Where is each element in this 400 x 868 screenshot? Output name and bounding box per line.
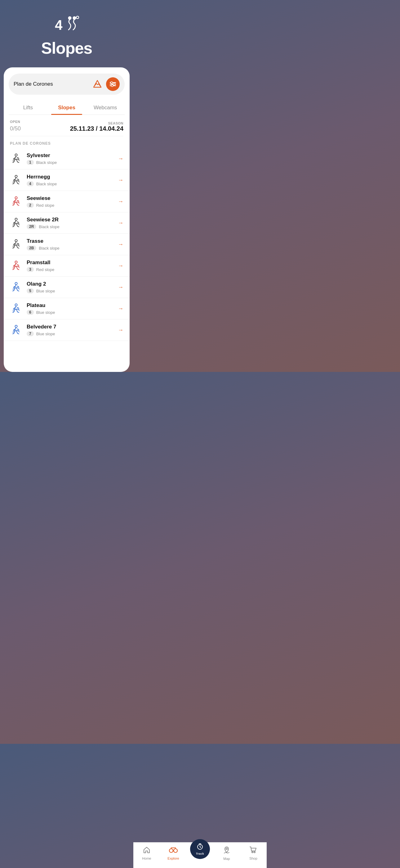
slope-item-pramstall[interactable]: Pramstall 3 Red slope →: [4, 255, 130, 277]
svg-point-7: [111, 82, 112, 84]
slope-type: Blue slope: [36, 332, 55, 336]
search-bar: Plan de Corones: [9, 73, 125, 95]
svg-point-12: [15, 197, 17, 199]
slope-type: Black slope: [36, 182, 57, 186]
arrow-right-icon: →: [118, 177, 124, 183]
slope-name: Belvedere 7: [27, 324, 113, 330]
slope-name: Herrnegg: [27, 174, 113, 180]
arrow-right-icon: →: [118, 241, 124, 248]
page-title: Slopes: [6, 39, 127, 57]
svg-point-14: [15, 240, 17, 242]
svg-point-11: [15, 176, 17, 178]
slope-number: 4: [27, 181, 34, 186]
arrow-right-icon: →: [118, 284, 124, 290]
season-dates: 25.11.23 / 14.04.24: [70, 125, 124, 132]
arrow-right-icon: →: [118, 198, 124, 205]
slope-item-seewiese2r[interactable]: Seewiese 2R 2R Black slope →: [4, 212, 130, 234]
slope-number: 5: [27, 288, 34, 293]
arrow-right-icon: →: [118, 262, 124, 269]
slope-item-seewiese[interactable]: Seewiese 2 Red slope →: [4, 191, 130, 212]
svg-point-17: [15, 304, 17, 306]
slope-number: 1: [27, 160, 34, 165]
slope-type: Blue slope: [36, 289, 55, 293]
arrow-right-icon: →: [118, 327, 124, 333]
slope-name: Plateau: [27, 302, 113, 309]
slope-number: 7: [27, 331, 34, 336]
slope-name: Seewiese: [27, 195, 113, 202]
slope-name: Pramstall: [27, 259, 113, 266]
filter-button[interactable]: [106, 77, 120, 91]
slope-number: 6: [27, 310, 34, 315]
slope-icon: [10, 152, 22, 165]
mountain-icon[interactable]: [92, 79, 103, 90]
svg-point-16: [15, 282, 17, 285]
svg-point-3: [76, 16, 79, 19]
app-logo: 4: [6, 15, 127, 36]
open-count: 0/50: [10, 124, 21, 132]
arrow-right-icon: →: [118, 220, 124, 226]
slope-name: Sylvester: [27, 152, 113, 159]
slope-number: 2R: [27, 224, 36, 229]
slope-type: Black slope: [36, 160, 57, 165]
season-label: SEASON: [70, 121, 124, 125]
section-title: PLAN DE CORONES: [4, 136, 130, 148]
slope-icon: [10, 174, 22, 186]
arrow-right-icon: →: [118, 306, 124, 312]
svg-point-15: [15, 261, 17, 263]
slope-icon: [10, 217, 22, 229]
slope-type: Blue slope: [36, 310, 55, 315]
slope-type: Black slope: [39, 224, 59, 229]
slope-type: Black slope: [39, 246, 59, 251]
slope-name: Olang 2: [27, 281, 113, 287]
svg-point-8: [113, 83, 115, 85]
slope-number: 2B: [27, 246, 36, 251]
slopes-list: Sylvester 1 Black slope →: [4, 148, 130, 341]
tab-slopes[interactable]: Slopes: [47, 101, 86, 115]
svg-point-10: [15, 154, 17, 156]
svg-point-18: [15, 326, 17, 328]
tab-webcams[interactable]: Webcams: [86, 101, 125, 115]
slope-icon: [10, 238, 22, 251]
slope-icon: [10, 324, 22, 336]
slope-number: 3: [27, 267, 34, 272]
slope-type: Red slope: [36, 203, 55, 208]
slope-icon: [10, 281, 22, 293]
main-card: Plan de Corones Lifts Slopes Webcams: [4, 67, 130, 372]
tabs: Lifts Slopes Webcams: [9, 101, 125, 115]
header: 4 Slopes: [0, 0, 133, 67]
slope-item-belvedere7[interactable]: Belvedere 7 7 Blue slope →: [4, 319, 130, 341]
slope-item-plateau[interactable]: Plateau 6 Blue slope →: [4, 298, 130, 319]
slope-icon: [10, 302, 22, 315]
content-area: OPEN 0/50 SEASON 25.11.23 / 14.04.24 PLA…: [4, 115, 130, 372]
slope-name: Seewiese 2R: [27, 217, 113, 223]
slope-item-sylvester[interactable]: Sylvester 1 Black slope →: [4, 148, 130, 169]
resort-name: Plan de Corones: [14, 81, 89, 87]
slope-type: Red slope: [36, 267, 55, 272]
svg-point-13: [15, 218, 17, 220]
stats-row: OPEN 0/50 SEASON 25.11.23 / 14.04.24: [4, 115, 130, 136]
arrow-right-icon: →: [118, 156, 124, 162]
slope-name: Trasse: [27, 238, 113, 244]
slope-item-trasse[interactable]: Trasse 2B Black slope →: [4, 234, 130, 255]
svg-text:4: 4: [55, 18, 63, 33]
slope-icon: [10, 259, 22, 272]
slope-number: 2: [27, 203, 34, 208]
svg-point-9: [111, 85, 113, 87]
slope-item-herrnegg[interactable]: Herrnegg 4 Black slope →: [4, 169, 130, 191]
tab-lifts[interactable]: Lifts: [9, 101, 47, 115]
slope-icon: [10, 195, 22, 208]
slope-item-olang2[interactable]: Olang 2 5 Blue slope →: [4, 277, 130, 298]
open-label: OPEN: [10, 120, 21, 124]
